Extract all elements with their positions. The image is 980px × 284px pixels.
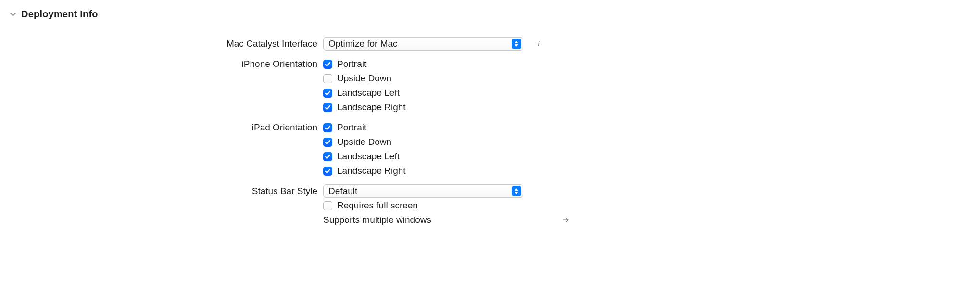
deployment-info-form: Mac Catalyst Interface Optimize for Mac …: [0, 20, 980, 227]
row-iphone-portrait: iPhone Orientation Portrait: [0, 57, 980, 71]
iphone-portrait-checkbox[interactable]: Portrait: [323, 59, 366, 69]
checkbox-box: [323, 123, 332, 132]
chevron-down-icon: [10, 11, 16, 18]
checkbox-label: Portrait: [337, 122, 366, 133]
checkbox-box: [323, 103, 332, 112]
arrow-right-icon[interactable]: [561, 215, 571, 225]
label-ipad-orientation: iPad Orientation: [0, 122, 323, 133]
checkbox-box: [323, 201, 332, 210]
select-stepper-icon: [512, 186, 521, 196]
checkbox-label: Landscape Right: [337, 166, 406, 176]
row-supports-multiple-windows: Supports multiple windows: [0, 213, 980, 227]
iphone-landscaperight-checkbox[interactable]: Landscape Right: [323, 102, 406, 113]
row-iphone-landscapeleft: Landscape Left: [0, 86, 980, 100]
iphone-landscapeleft-checkbox[interactable]: Landscape Left: [323, 88, 400, 98]
section-header[interactable]: Deployment Info: [0, 0, 980, 20]
checkbox-label: Upside Down: [337, 137, 391, 147]
label-iphone-orientation: iPhone Orientation: [0, 59, 323, 69]
checkbox-label: Upside Down: [337, 73, 391, 84]
status-bar-style-select[interactable]: Default: [323, 184, 523, 198]
supports-multiple-windows-label: Supports multiple windows: [323, 215, 431, 225]
label-mac-catalyst: Mac Catalyst Interface: [0, 39, 323, 49]
checkbox-box: [323, 138, 332, 147]
row-iphone-upsidedown: Upside Down: [0, 72, 980, 85]
row-mac-catalyst: Mac Catalyst Interface Optimize for Mac …: [0, 37, 980, 51]
checkbox-box: [323, 89, 332, 98]
info-icon[interactable]: i: [533, 38, 544, 50]
row-ipad-upsidedown: Upside Down: [0, 135, 980, 149]
checkbox-box: [323, 74, 332, 83]
ipad-landscaperight-checkbox[interactable]: Landscape Right: [323, 166, 406, 176]
mac-catalyst-select[interactable]: Optimize for Mac: [323, 37, 523, 51]
checkbox-label: Landscape Left: [337, 151, 400, 162]
checkbox-box: [323, 167, 332, 176]
row-ipad-portrait: iPad Orientation Portrait: [0, 121, 980, 134]
section-title: Deployment Info: [21, 9, 98, 20]
ipad-upsidedown-checkbox[interactable]: Upside Down: [323, 137, 391, 147]
checkbox-label: Portrait: [337, 59, 366, 69]
row-iphone-landscaperight: Landscape Right: [0, 101, 980, 114]
checkbox-box: [323, 60, 332, 69]
mac-catalyst-value: Optimize for Mac: [328, 39, 398, 49]
requires-full-screen-checkbox[interactable]: Requires full screen: [323, 200, 418, 211]
row-status-bar-style: Status Bar Style Default: [0, 184, 980, 198]
label-status-bar-style: Status Bar Style: [0, 186, 323, 196]
row-requires-full-screen: Requires full screen: [0, 199, 980, 212]
ipad-landscapeleft-checkbox[interactable]: Landscape Left: [323, 151, 400, 162]
row-ipad-landscaperight: Landscape Right: [0, 164, 980, 178]
checkbox-box: [323, 152, 332, 161]
select-stepper-icon: [512, 39, 521, 49]
checkbox-label: Requires full screen: [337, 200, 418, 211]
row-ipad-landscapeleft: Landscape Left: [0, 150, 980, 163]
checkbox-label: Landscape Right: [337, 102, 406, 113]
iphone-upsidedown-checkbox[interactable]: Upside Down: [323, 73, 391, 84]
checkbox-label: Landscape Left: [337, 88, 400, 98]
status-bar-style-value: Default: [328, 186, 357, 196]
ipad-portrait-checkbox[interactable]: Portrait: [323, 122, 366, 133]
